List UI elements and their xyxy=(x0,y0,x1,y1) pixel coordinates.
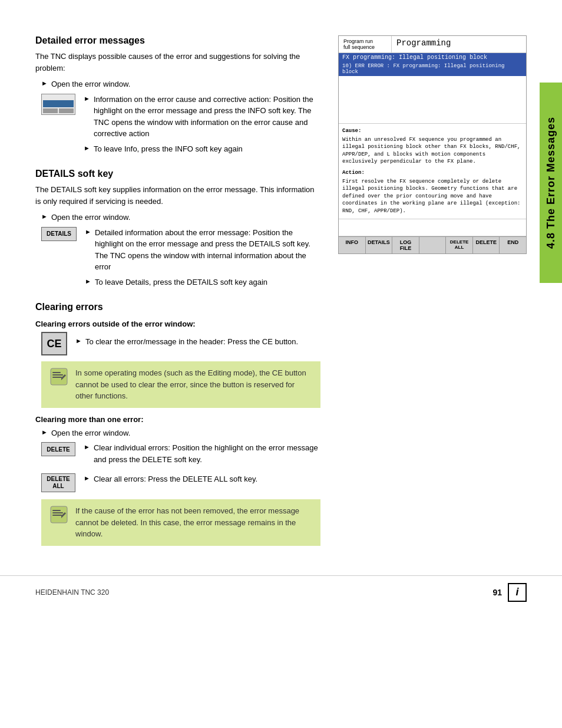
footer-btn-empty1 xyxy=(419,237,447,253)
clearing-sub1: Clearing errors outside of the error win… xyxy=(35,319,320,328)
open-error-window-3: ► Open the error window. xyxy=(41,427,320,439)
delete-arrow-item: ► Clear individual errors: Position the … xyxy=(84,442,320,465)
ce-icon-row: CE ► To clear the error/message in the h… xyxy=(41,332,320,355)
footer-btn-log[interactable]: LOG FILE xyxy=(392,237,419,253)
footer-right: 91 i xyxy=(492,583,527,602)
arrow-icon-3: ► xyxy=(84,144,90,151)
page-number: 91 xyxy=(492,588,502,597)
details-icon-row: DETAILS ► Detailed information about the… xyxy=(41,227,320,292)
ce-button-icon: CE xyxy=(41,332,67,355)
screenshot-empty-rows xyxy=(339,219,526,236)
bnr-icon-row: ► Information on the error cause and cor… xyxy=(41,94,320,159)
bnr-comment-icon xyxy=(41,94,75,115)
clearing-errors-title: Clearing errors xyxy=(35,302,320,312)
screenshot-footer: INFO DETAILS LOG FILE DELETEALL DELETE E… xyxy=(339,236,526,253)
action-label: Action: xyxy=(342,169,523,177)
screenshot-header-right: Programming xyxy=(392,36,526,52)
detailed-error-intro: The TNC displays possible causes of the … xyxy=(35,51,320,74)
note-text-1: In some operating modes (such as the Edi… xyxy=(75,367,312,402)
screenshot-mode-line1: Program run xyxy=(343,38,386,44)
footer-btn-info[interactable]: INFO xyxy=(339,237,366,253)
arrow-icon-6: ► xyxy=(85,278,91,285)
arrow-icon-2: ► xyxy=(84,95,90,102)
note-icon-2 xyxy=(49,505,68,524)
arrow-icon-1: ► xyxy=(41,80,48,87)
delete-all-button-icon: DELETEALL xyxy=(41,473,75,492)
side-tab-label: 4.8 The Error Messages xyxy=(545,117,557,249)
details-soft-section: DETAILS soft key The DETAILS soft key su… xyxy=(35,169,320,291)
bnr-info-text-block: ► Information on the error cause and cor… xyxy=(84,94,320,159)
delete-arrow-text: Clear individual errors: Position the hi… xyxy=(94,442,320,465)
clearing-errors-section: Clearing errors Clearing errors outside … xyxy=(35,302,320,546)
arrow-icon-4: ► xyxy=(41,213,48,220)
details-text-block: ► Detailed information about the error m… xyxy=(85,227,320,292)
leave-details-item: ► To leave Details, press the DETAILS so… xyxy=(85,276,320,288)
svg-rect-2 xyxy=(52,374,63,375)
svg-rect-1 xyxy=(52,372,61,373)
details-button-icon: DETAILS xyxy=(41,227,77,241)
arrow-icon-7: ► xyxy=(75,337,82,344)
arrow-icon-8: ► xyxy=(41,429,48,436)
screenshot-info-area: Cause: Within an unresolved FX sequence … xyxy=(339,124,526,219)
two-col-layout: Detailed error messages The TNC displays… xyxy=(35,35,527,552)
screenshot-body: 10) ERR ERROR : FX programming: Illegal … xyxy=(339,62,526,124)
leave-info-text: To leave Info, press the INFO soft key a… xyxy=(94,143,243,155)
screenshot-mode-line2: full sequence xyxy=(343,44,386,50)
delete-icon-row: DELETE ► Clear individual errors: Positi… xyxy=(41,442,320,469)
ce-text-block: ► To clear the error/message in the head… xyxy=(75,336,320,351)
open-error-text-1: Open the error window. xyxy=(51,78,130,90)
ce-arrow-text: To clear the error/message in the header… xyxy=(85,336,298,348)
details-soft-title: DETAILS soft key xyxy=(35,169,320,179)
bnr-cell-2 xyxy=(59,108,74,113)
leave-info-item: ► To leave Info, press the INFO soft key… xyxy=(84,143,320,155)
page-wrapper: 4.8 The Error Messages Detailed error me… xyxy=(0,0,562,728)
left-column: Detailed error messages The TNC displays… xyxy=(35,35,320,552)
delete-all-arrow-item: ► Clear all errors: Press the DELETE ALL… xyxy=(84,473,257,485)
bnr-icon-bottom xyxy=(43,108,74,113)
detailed-error-section: Detailed error messages The TNC displays… xyxy=(35,35,320,158)
svg-rect-7 xyxy=(52,515,62,516)
content-area: Detailed error messages The TNC displays… xyxy=(35,24,527,552)
delete-button-icon: DELETE xyxy=(41,442,75,456)
note-text-2: If the cause of the error has not been r… xyxy=(75,505,312,540)
action-text: First resolve the FX sequence completely… xyxy=(342,178,523,215)
screenshot-error-bar: FX programming: Illegal positioning bloc… xyxy=(339,53,526,62)
page-footer: HEIDENHAIN TNC 320 91 i xyxy=(0,575,562,602)
delete-all-icon-row: DELETEALL ► Clear all errors: Press the … xyxy=(41,473,320,492)
detailed-error-title: Detailed error messages xyxy=(35,35,320,46)
info-arrow-text: Information on the error cause and corre… xyxy=(94,94,320,140)
footer-btn-details[interactable]: DETAILS xyxy=(366,237,393,253)
details-arrow-item: ► Detailed information about the error m… xyxy=(85,227,320,273)
footer-btn-end[interactable]: END xyxy=(500,237,526,253)
leave-details-text: To leave Details, press the DETAILS soft… xyxy=(95,276,267,288)
bnr-icon-top xyxy=(43,100,74,107)
open-error-window-2: ► Open the error window. xyxy=(41,212,320,223)
right-column: Program run full sequence Programming FX… xyxy=(338,35,527,552)
details-arrow-text: Detailed information about the error mes… xyxy=(95,227,320,273)
screenshot-header-left: Program run full sequence xyxy=(339,36,392,52)
open-error-text-3: Open the error window. xyxy=(51,427,130,439)
highlighted-row-text: 10) ERR ERROR : FX programming: Illegal … xyxy=(342,63,504,75)
details-soft-intro: The DETAILS soft key supplies informatio… xyxy=(35,184,320,207)
note-icon-1 xyxy=(49,367,68,386)
note-box-2: If the cause of the error has not been r… xyxy=(41,499,320,546)
open-error-text-2: Open the error window. xyxy=(51,212,130,223)
delete-all-arrow-text: Clear all errors: Press the DELETE ALL s… xyxy=(94,473,257,485)
cause-text: Within an unresolved FX sequence you pro… xyxy=(342,136,523,166)
screenshot-header: Program run full sequence Programming xyxy=(339,36,526,53)
svg-rect-6 xyxy=(52,512,63,513)
ce-arrow-item: ► To clear the error/message in the head… xyxy=(75,336,320,348)
footer-btn-delete-all[interactable]: DELETEALL xyxy=(446,237,473,253)
arrow-icon-10: ► xyxy=(84,475,90,482)
screenshot-empty-space xyxy=(339,76,526,123)
bnr-cell-1 xyxy=(43,108,58,113)
screenshot-highlighted-row: 10) ERR ERROR : FX programming: Illegal … xyxy=(339,62,526,76)
cause-label: Cause: xyxy=(342,127,523,135)
arrow-icon-5: ► xyxy=(85,228,91,235)
arrow-icon-9: ► xyxy=(84,443,90,450)
svg-rect-3 xyxy=(52,377,62,378)
footer-btn-delete[interactable]: DELETE xyxy=(473,237,500,253)
note-box-1: In some operating modes (such as the Edi… xyxy=(41,361,320,408)
svg-rect-5 xyxy=(52,510,61,511)
clearing-sub2: Clearing more than one error: xyxy=(35,415,320,424)
